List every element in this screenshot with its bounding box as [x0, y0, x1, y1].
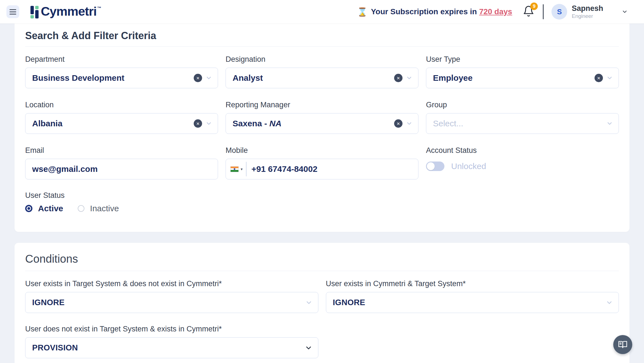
filter-card-title: Search & Add Filter Criteria: [25, 23, 619, 42]
clear-icon: ✕: [597, 76, 601, 80]
subscription-text: Your Subscription expires in: [371, 7, 477, 16]
clear-icon: ✕: [196, 122, 200, 126]
user-role: Engineer: [572, 13, 603, 19]
docs-fab-button[interactable]: [613, 335, 632, 354]
reporting-manager-field: Reporting Manager Saxena - NA ✕: [226, 101, 418, 134]
hamburger-menu-button[interactable]: [6, 5, 19, 18]
department-value: Business Development: [32, 73, 194, 83]
chevron-down-icon[interactable]: [305, 299, 312, 306]
user-status-field: User Status Active Inactive: [25, 191, 619, 213]
chevron-down-icon[interactable]: [205, 75, 212, 81]
inactive-radio[interactable]: [78, 205, 84, 212]
inactive-radio-label[interactable]: Inactive: [90, 204, 119, 213]
user-type-value: Employee: [433, 73, 595, 83]
location-label: Location: [25, 101, 218, 109]
department-clear-button[interactable]: ✕: [194, 74, 202, 82]
app-header: Cymmetri ™ ⌛ Your Subscription expires i…: [0, 0, 644, 23]
location-clear-button[interactable]: ✕: [194, 119, 202, 128]
condition-select-0[interactable]: IGNORE: [25, 292, 318, 313]
group-placeholder: Select...: [433, 119, 606, 128]
account-status-field: Account Status Unlocked: [426, 146, 619, 179]
email-input[interactable]: [25, 159, 218, 179]
department-select[interactable]: Business Development ✕: [25, 68, 218, 88]
email-field: Email: [25, 146, 218, 179]
user-type-clear-button[interactable]: ✕: [595, 74, 603, 82]
clear-icon: ✕: [397, 122, 400, 126]
trademark-symbol: ™: [97, 6, 101, 10]
designation-field: Designation Analyst ✕: [226, 55, 418, 88]
condition-select-1[interactable]: IGNORE: [326, 292, 619, 313]
active-radio[interactable]: [25, 205, 32, 212]
reporting-manager-select[interactable]: Saxena - NA ✕: [226, 113, 418, 134]
hourglass-icon: ⌛: [357, 7, 368, 17]
chevron-down-icon[interactable]: [406, 75, 413, 81]
mobile-label: Mobile: [226, 146, 418, 155]
chevron-down-icon[interactable]: [606, 299, 613, 306]
designation-clear-button[interactable]: ✕: [394, 74, 402, 82]
header-divider: [543, 4, 544, 19]
notification-bell-button[interactable]: 9: [523, 5, 534, 18]
divider: [25, 271, 619, 271]
user-status-label: User Status: [25, 191, 619, 200]
chevron-down-icon[interactable]: [406, 120, 413, 127]
filter-criteria-card: Search & Add Filter Criteria Department …: [15, 23, 629, 232]
mobile-input-group: ▾: [226, 159, 418, 179]
group-field: Group Select...: [426, 101, 619, 134]
open-book-icon: [618, 340, 628, 349]
designation-label: Designation: [226, 55, 418, 64]
condition-value: PROVISION: [32, 343, 305, 352]
reporting-manager-value: Saxena - NA: [233, 119, 394, 128]
account-status-state: Unlocked: [451, 162, 486, 171]
cymmetri-logo: Cymmetri ™: [30, 5, 101, 18]
chevron-down-icon[interactable]: [606, 120, 613, 127]
avatar: S: [551, 4, 567, 20]
conditions-card: Conditions User exists in Target System …: [15, 243, 629, 363]
clear-icon: ✕: [196, 76, 200, 80]
toggle-knob: [427, 162, 435, 170]
user-name: Sapnesh: [572, 4, 603, 13]
notification-badge: 9: [530, 3, 538, 10]
caret-down-icon: ▾: [241, 167, 243, 171]
user-menu[interactable]: S Sapnesh Engineer: [551, 4, 629, 20]
condition-label: User exists in Cymmetri & Target System*: [326, 279, 619, 288]
clear-icon: ✕: [397, 76, 400, 80]
chevron-down-icon[interactable]: [205, 120, 212, 127]
hamburger-icon: [10, 9, 16, 15]
location-select[interactable]: Albania ✕: [25, 113, 218, 134]
reporting-manager-clear-button[interactable]: ✕: [394, 119, 402, 128]
location-field: Location Albania ✕: [25, 101, 218, 134]
active-radio-label[interactable]: Active: [38, 204, 63, 213]
group-label: Group: [426, 101, 619, 109]
condition-value: IGNORE: [32, 298, 305, 307]
condition-field: User exists in Target System & does not …: [25, 279, 318, 313]
designation-value: Analyst: [233, 73, 394, 83]
account-status-label: Account Status: [426, 146, 619, 155]
condition-field: User exists in Cymmetri & Target System*…: [326, 279, 619, 313]
condition-value: IGNORE: [333, 298, 606, 307]
chevron-down-icon[interactable]: [606, 75, 613, 81]
mobile-input[interactable]: [247, 164, 413, 174]
designation-select[interactable]: Analyst ✕: [226, 68, 418, 88]
condition-label: User does not exist in Target System & e…: [25, 325, 318, 333]
account-status-toggle[interactable]: [426, 162, 444, 171]
department-label: Department: [25, 55, 218, 64]
reporting-manager-label: Reporting Manager: [226, 101, 418, 109]
subscription-banner: ⌛ Your Subscription expires in 720 days: [357, 7, 512, 17]
divider: [25, 46, 619, 47]
user-type-label: User Type: [426, 55, 619, 64]
email-label: Email: [25, 146, 218, 155]
country-code-button[interactable]: ▾: [230, 166, 243, 172]
chevron-down-icon[interactable]: [620, 9, 629, 15]
logo-mark-icon: [30, 6, 39, 18]
location-value: Albania: [32, 119, 194, 128]
user-type-select[interactable]: Employee ✕: [426, 68, 619, 88]
department-field: Department Business Development ✕: [25, 55, 218, 88]
mobile-field: Mobile ▾: [226, 146, 418, 179]
condition-field: User does not exist in Target System & e…: [25, 325, 318, 358]
chevron-down-icon[interactable]: [305, 344, 312, 352]
condition-select-2[interactable]: PROVISION: [25, 337, 318, 358]
subscription-days-link[interactable]: 720 days: [479, 7, 512, 16]
group-select[interactable]: Select...: [426, 113, 619, 134]
india-flag-icon: [230, 166, 239, 172]
logo-text: Cymmetri: [41, 5, 97, 18]
